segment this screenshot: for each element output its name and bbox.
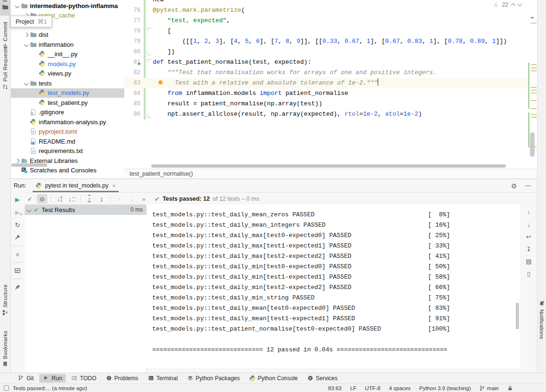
pin-tab-icon[interactable] (13, 282, 22, 292)
run-test-gutter-icon[interactable]: ▶ (138, 59, 141, 69)
chevron-down-icon[interactable] (15, 3, 19, 8)
layout-settings-icon[interactable] (13, 266, 22, 275)
test-results-root-node[interactable]: ✔ Test Results 0 ms (25, 205, 147, 215)
show-ignored-button[interactable]: ⊘ (37, 194, 47, 204)
code-line[interactable]: 77 "test, expected", (124, 16, 527, 26)
error-stripe[interactable] (527, 0, 537, 161)
soft-wrap-button[interactable]: ↩ (524, 232, 534, 241)
chevron-down-icon[interactable] (24, 42, 28, 47)
project-tree-item[interactable]: README.md (10, 136, 124, 146)
clear-all-button[interactable]: ▯ (524, 269, 534, 278)
fold-marker-icon[interactable] (147, 28, 151, 32)
tool-window-button-problems[interactable]: Problems (102, 374, 142, 383)
code-line[interactable]: 80 ]) (124, 47, 527, 57)
project-tree-item[interactable]: inflammation-analysis.py (10, 117, 124, 127)
editor-horizontal-scrollbar[interactable] (151, 164, 506, 168)
tool-window-button-run[interactable]: Run (39, 374, 66, 383)
line-separator-widget[interactable]: LF (350, 385, 356, 391)
fold-marker-icon[interactable] (147, 59, 151, 63)
warning-stripe-mark[interactable] (531, 108, 537, 109)
breadcrumb[interactable]: test_patient_normalise() (124, 169, 537, 179)
editor-vertical-scrollbar[interactable] (530, 132, 535, 157)
warning-stripe-mark[interactable] (531, 100, 537, 101)
project-tree-item[interactable]: dist (10, 30, 124, 40)
indent-widget[interactable]: 4 spaces (389, 385, 411, 391)
breadcrumb-item[interactable]: test_patient_normalise() (130, 170, 193, 177)
fold-marker-icon[interactable] (147, 114, 151, 118)
code-line[interactable]: new * (124, 0, 527, 5)
tool-window-button-python-packages[interactable]: Python Packages (183, 374, 243, 383)
stripe-button-bookmarks[interactable]: Bookmarks (0, 331, 10, 367)
code-line[interactable]: 86 npt.assert_allclose(result, np.array(… (124, 109, 527, 119)
project-tree-item[interactable]: test_models.py (10, 88, 124, 98)
stop-button[interactable]: ■ (13, 249, 22, 259)
project-tree-item[interactable]: .gitignore (10, 108, 124, 118)
fold-marker-icon[interactable] (147, 51, 151, 55)
project-tree-item[interactable]: models.py (10, 59, 124, 69)
project-tree-item[interactable]: views.py (10, 69, 124, 79)
tool-window-button-todo[interactable]: TODO (68, 374, 100, 383)
project-tree-item[interactable]: pyproject.toml (10, 127, 124, 137)
lock-icon[interactable] (507, 385, 513, 391)
intention-bulb-icon[interactable] (158, 80, 163, 85)
next-failed-test-button[interactable]: ↓ (126, 194, 137, 204)
scroll-to-end-button[interactable]: ↧ (524, 244, 534, 254)
stripe-button-pull-requests[interactable]: Pull Requests (0, 46, 10, 90)
code-line[interactable]: 79 ([[1, 2, 3], [4, 5, 6], [7, 8, 9]], [… (124, 36, 527, 47)
scroll-up-button[interactable]: ↑ (524, 207, 534, 217)
tool-window-button-git[interactable]: Git (14, 374, 37, 383)
scroll-down-button[interactable]: ↓ (524, 220, 534, 229)
code-line[interactable]: 82 """Test that normalisation works for … (124, 68, 527, 78)
stripe-button-notifications[interactable]: Notifications (537, 300, 546, 339)
stripe-button-commit[interactable]: Commit (0, 22, 10, 50)
code-editor[interactable]: new *76@pytest.mark.parametrize(77 "test… (124, 0, 537, 169)
project-tree-item[interactable]: __init__.py (10, 50, 124, 60)
project-tree-item[interactable]: test_patient.py (10, 98, 124, 108)
rerun-failed-tests-button[interactable]: ▶9 (13, 207, 22, 217)
more-actions-icon[interactable]: » (139, 194, 149, 204)
tool-window-button-python-console[interactable]: Python Console (245, 374, 302, 383)
next-warning-icon[interactable] (518, 2, 522, 7)
caret-position-widget[interactable]: 83:63 (328, 385, 342, 391)
warning-stripe-mark[interactable] (531, 90, 537, 91)
inspections-widget[interactable]: ⚠ 22 (494, 1, 521, 8)
stripe-button-structure[interactable]: Structure (0, 284, 10, 316)
test-settings-wrench-icon[interactable] (13, 233, 22, 242)
code-line[interactable]: 84 from inflammation.models import patie… (124, 88, 527, 99)
caret-stripe-mark[interactable] (531, 17, 534, 18)
warning-stripe-mark[interactable] (531, 87, 537, 88)
code-line[interactable]: 78 [ (124, 26, 527, 36)
test-console[interactable]: test_models.py::test_daily_mean_zeros PA… (147, 205, 520, 368)
project-tree-item[interactable]: tests (10, 78, 124, 88)
close-tab-icon[interactable]: × (113, 182, 116, 189)
warning-stripe-mark[interactable] (531, 23, 537, 24)
previous-failed-test-button[interactable]: ↑ (114, 194, 124, 204)
chevron-down-icon[interactable] (24, 81, 28, 85)
status-widget-icon[interactable] (4, 385, 9, 391)
warning-stripe-mark[interactable] (531, 68, 537, 68)
rerun-tests-button[interactable]: ▶ (13, 195, 22, 204)
project-tree-item[interactable]: inflammation (10, 40, 124, 50)
minimize-icon[interactable]: — (525, 182, 531, 189)
project-horizontal-scrollbar[interactable] (11, 163, 47, 167)
code-line[interactable]: 76@pytest.mark.parametrize( (124, 5, 527, 16)
settings-gear-icon[interactable]: ⚙ (511, 182, 518, 189)
stripe-button-project[interactable]: Project (0, 0, 10, 10)
warning-stripe-mark[interactable] (531, 70, 537, 71)
code-line[interactable]: 81▶def test_patient_normalise(test, expe… (124, 57, 527, 68)
sort-by-duration-button[interactable]: ↓—— (67, 194, 77, 204)
tool-window-button-terminal[interactable]: Terminal (144, 374, 182, 383)
code-line[interactable]: 83 Test with a relative and absolute tol… (124, 78, 527, 88)
warning-stripe-mark[interactable] (531, 117, 537, 118)
chevron-right-icon[interactable] (24, 33, 28, 37)
sort-alphabetically-button[interactable]: ↓az (54, 194, 65, 204)
show-passed-button[interactable]: ✓ (25, 194, 35, 204)
warning-stripe-mark[interactable] (531, 64, 537, 65)
collapse-all-button[interactable]: ↨ (96, 194, 107, 204)
warning-stripe-mark[interactable] (531, 93, 537, 94)
chevron-down-icon[interactable] (27, 207, 32, 212)
git-branch-widget[interactable]: main (479, 385, 499, 391)
interpreter-widget[interactable]: Python 3.9 (teaching) (419, 385, 471, 391)
tool-window-button-services[interactable]: Services (303, 374, 341, 383)
status-message[interactable]: Tests passed:... (a minute ago) (4, 385, 87, 391)
